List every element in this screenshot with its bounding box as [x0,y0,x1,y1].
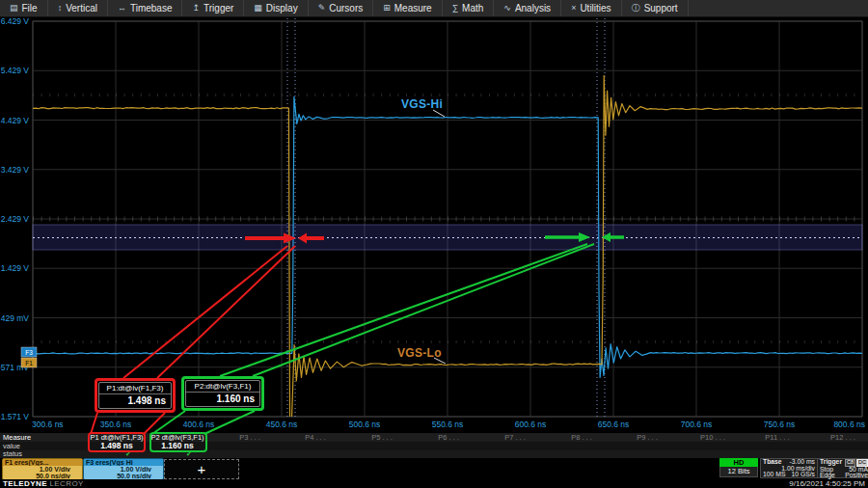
measure-col-header-p8[interactable]: P8 . . . [548,433,615,442]
measure-col-header-p4[interactable]: P4 . . . [282,433,349,442]
p2-measurement-callout: P2:dt@lv(F3,F1) 1.160 ns [181,376,264,411]
menu-item-utilities[interactable]: ×Utilities [561,0,622,16]
measure-col-header-p5[interactable]: P5 . . . [348,433,416,442]
f3-descriptor-title: F3 eres(Vgs Hi [84,459,163,466]
add-trace-button[interactable]: + [164,459,239,479]
menu-item-label: Analysis [515,3,551,14]
trace-label-vgs-lo: VGS-Lo [397,346,442,360]
menu-item-vertical[interactable]: ↕Vertical [48,0,108,16]
f1-vdiv: 1.00 V/div [3,466,82,473]
x-axis-label: 400.6 ns [183,420,215,429]
menu-item-label: Vertical [66,3,97,14]
menu-item-display[interactable]: ▦Display [244,0,308,16]
measure-col-header-p7[interactable]: P7 . . . [481,433,549,442]
math-icon: ∑ [452,4,458,13]
menu-item-trigger[interactable]: ↥Trigger [182,0,244,16]
hd-mode-box[interactable]: HD 12 Bits [719,458,758,478]
menu-item-label: Support [644,3,678,14]
menu-item-file[interactable]: ▤File [0,0,48,16]
measure-col-header-p12[interactable]: P12 . . . [809,433,868,442]
measure-col-header-p11[interactable]: P11 . . . [744,433,811,442]
p1-measurement-callout: P1:dt@lv(F1,F3) 1.498 ns [95,378,176,413]
trace-label-vgs-hi: VGS-Hi [401,97,443,111]
timebase-box[interactable]: Tbase -3.00 ms 1.00 ms/div 100 MS 10 GS/… [760,458,818,478]
measure-row-label: Measure [3,433,31,442]
f1-trace-descriptor[interactable]: F1 eres(Vgs... 1.00 V/div 50.0 ns/div [2,458,83,480]
y-axis-label: 429 mV [1,313,30,323]
menu-item-analysis[interactable]: ∿Analysis [494,0,561,16]
menu-item-measure[interactable]: ⊞Measure [373,0,442,16]
f3-zero-marker-label: F3 [25,349,33,356]
f3-tdiv: 50.0 ns/div [84,473,163,479]
file-icon: ▤ [10,4,18,13]
menu-item-cursors[interactable]: ✎Cursors [309,0,374,16]
bit-depth: 12 Bits [719,467,758,477]
timebase-icon: ↔ [118,4,126,13]
brand-bold: TELEDYNE [3,479,47,488]
menu-item-label: File [22,3,38,14]
vgs-hi-label-pointer [433,110,445,117]
support-icon: ⓘ [632,4,640,13]
brand-light: LECROY [50,479,84,488]
p2-callout-value: 1.160 ns [186,393,259,406]
trigger-icon: ↥ [192,4,200,13]
trigger-box[interactable]: Trigger C8DC Stop 50 mA Edge Positive [817,458,868,478]
trigger-slope: Positive [845,473,868,479]
x-axis-label: 600.6 ns [515,420,547,429]
oscilloscope-app: ▤File↕Vertical↔Timebase↥Trigger▦Display✎… [0,0,868,488]
y-axis-label: 2.429 V [1,214,30,224]
measure-col-header-p9[interactable]: P9 . . . [613,433,681,442]
measure-icon: ⊞ [383,4,391,13]
x-axis-label: 650.6 ns [598,420,630,429]
y-axis-label: 4.429 V [1,116,30,125]
datetime: 9/16/2021 4:50:25 PM [789,479,865,488]
f1-descriptor-title: F1 eres(Vgs... [3,459,82,466]
f1-zero-marker-label: F1 [25,360,33,366]
menu-item-label: Math [462,3,483,14]
x-axis-label: 450.6 ns [266,420,298,429]
brand-logo: TELEDYNE LECROY [3,479,84,488]
measure-col-header-p6[interactable]: P6 . . . [415,433,482,442]
y-axis-label: 1.429 V [1,263,30,273]
footer-bar: TELEDYNE LECROY 9/16/2021 4:50:25 PM [0,479,868,488]
tbase-label: Tbase [763,459,782,466]
x-axis-label: 350.6 ns [100,420,132,429]
measure-col-header-p3[interactable]: P3 . . . [216,433,284,442]
analysis-icon: ∿ [503,4,511,13]
measure-col-value-p1: 1.498 ns [88,442,146,450]
sample-rate: 10 GS/s [791,472,815,478]
display-icon: ▦ [254,4,262,13]
x-axis-labels: 300.6 ns350.6 ns400.6 ns450.6 ns500.6 ns… [32,420,865,429]
measure-col-status-p2: ✔ [177,450,201,458]
measure-status-row: status ✔✔ [0,450,868,458]
measure-col-status-p1: ✔ [117,450,140,458]
f3-trace-descriptor[interactable]: F3 eres(Vgs Hi 1.00 V/div 50.0 ns/div [83,458,164,480]
measure-col-value-p2: 1.160 ns [149,442,206,450]
x-axis-label: 500.6 ns [349,420,381,429]
f3-vdiv: 1.00 V/div [84,466,163,473]
status-row-label: status [3,450,22,458]
menu-item-label: Trigger [203,3,233,14]
trigger-type: Edge [820,473,835,479]
menu-item-label: Measure [394,3,432,14]
y-axis-label: 3.429 V [1,165,30,175]
menu-item-math[interactable]: ∑Math [443,0,495,16]
y-axis-label: 6.429 V [1,16,30,26]
measure-table: Measure P1 dt@lv(F1,F3)P2 dt@lv(F3,F1)P3… [0,433,868,458]
utilities-icon: × [571,4,576,13]
y-axis-label: -1.571 V [0,412,29,421]
x-axis-label: 700.6 ns [681,420,713,429]
menu-item-label: Timebase [130,3,173,14]
x-axis-label: 300.6 ns [32,420,64,429]
descriptor-row: F1 eres(Vgs... 1.00 V/div 50.0 ns/div F3… [0,458,868,479]
menu-item-timebase[interactable]: ↔Timebase [108,0,183,16]
p1-callout-title: P1:dt@lv(F1,F3) [99,383,171,394]
measure-col-header-p10[interactable]: P10 . . . [679,433,746,442]
f1-tdiv: 50.0 ns/div [3,473,82,479]
menu-bar: ▤File↕Vertical↔Timebase↥Trigger▦Display✎… [0,0,868,17]
p1-callout-value: 1.498 ns [99,394,171,408]
menu-item-support[interactable]: ⓘSupport [622,0,689,16]
y-axis-label: 5.429 V [1,66,30,75]
waveform-plot: 6.429 V5.429 V4.429 V3.429 V2.429 V1.429… [0,16,868,433]
hd-badge: HD [719,458,758,467]
